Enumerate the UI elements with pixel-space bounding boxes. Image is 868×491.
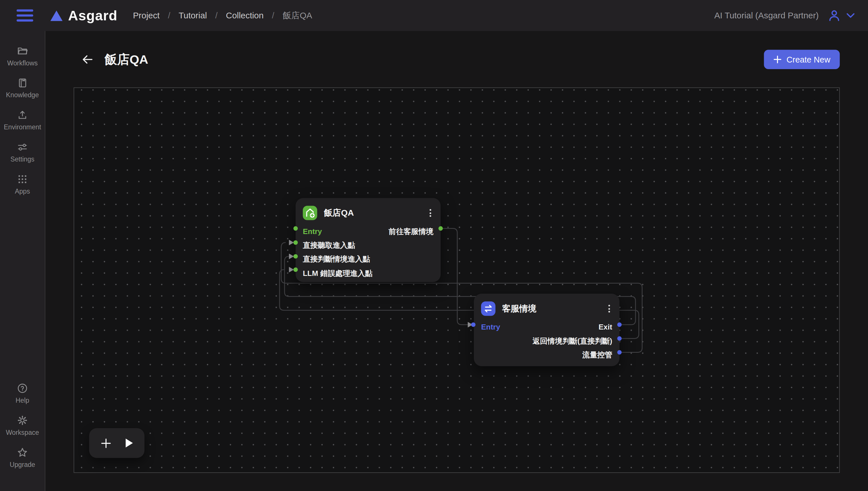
run-button[interactable] <box>126 438 133 447</box>
app-root: Asgard Project / Tutorial / Collection /… <box>0 0 868 491</box>
breadcrumb-project[interactable]: Project <box>133 10 160 21</box>
sidebar-item-label: Apps <box>15 187 30 195</box>
triangle-logo-icon[interactable] <box>50 10 63 22</box>
account-label: AI Tutorial (Asgard Partner) <box>714 10 819 21</box>
plus-icon <box>773 55 782 63</box>
sidebar-item-label: Settings <box>10 155 34 163</box>
breadcrumb-tutorial[interactable]: Tutorial <box>179 10 207 21</box>
port-label-goto-service: 前往客服情境 <box>389 227 433 237</box>
folder-icon <box>17 45 28 57</box>
page-header: 飯店QA Create New <box>45 31 868 87</box>
help-circle-icon <box>17 383 28 394</box>
sidebar-item-label: Workspace <box>6 429 39 436</box>
node-row: 直接聽取進入點 <box>296 239 441 253</box>
port-label-direct-judge: 直接判斷情境進入點 <box>303 255 370 265</box>
sidebar-item-knowledge[interactable]: Knowledge <box>0 78 45 99</box>
node-title: 飯店QA <box>324 207 354 219</box>
sidebar-item-workflows[interactable]: Workflows <box>0 45 45 67</box>
port-label-direct-listen: 直接聽取進入點 <box>303 241 355 251</box>
book-icon <box>17 78 28 89</box>
workflow-canvas[interactable]: 飯店QA Entry 前往客服情境 直接聽取進入點 直接判斷情境進入點 <box>74 87 840 473</box>
sidebar-item-workspace[interactable]: Workspace <box>0 415 45 436</box>
breadcrumb-current: 飯店QA <box>283 10 312 22</box>
port-label-exit: Exit <box>598 323 612 331</box>
breadcrumb-separator: / <box>168 10 170 21</box>
main-area: 飯店QA Create New <box>45 31 868 491</box>
port-label-flow-control: 流量控管 <box>582 350 612 360</box>
node-row: 返回情境判斷(直接判斷) <box>474 335 619 348</box>
canvas-toolbar <box>89 428 145 458</box>
node-row: Entry 前往客服情境 <box>296 225 441 239</box>
sidebar-item-apps[interactable]: Apps <box>0 174 45 195</box>
workflow-node-hotel-qa[interactable]: 飯店QA Entry 前往客服情境 直接聽取進入點 直接判斷情境進入點 <box>296 198 441 282</box>
add-node-button[interactable] <box>101 438 111 448</box>
back-button[interactable] <box>79 51 95 67</box>
sidebar-item-label: Upgrade <box>10 461 35 468</box>
top-navbar: Asgard Project / Tutorial / Collection /… <box>0 0 868 31</box>
connection-wires <box>74 88 840 473</box>
play-icon <box>126 438 133 447</box>
port-label-entry: Entry <box>481 323 500 331</box>
home-plus-icon <box>303 206 317 220</box>
sidebar-item-help[interactable]: Help <box>0 383 45 404</box>
back-arrow-icon <box>81 53 93 65</box>
breadcrumb-separator: / <box>215 10 218 21</box>
sidebar-item-label: Knowledge <box>6 91 39 99</box>
hamburger-icon[interactable] <box>17 9 33 22</box>
node-title: 客服情境 <box>502 303 537 315</box>
star-icon <box>17 447 28 458</box>
left-sidebar: Workflows Knowledge Environment <box>0 31 45 491</box>
port-label-return-judge: 返回情境判斷(直接判斷) <box>533 337 612 346</box>
node-row: 流量控管 <box>474 348 619 363</box>
chevron-down-icon[interactable] <box>846 12 855 18</box>
node-row: Entry Exit <box>474 320 619 335</box>
sidebar-item-environment[interactable]: Environment <box>0 110 45 131</box>
port-label-entry: Entry <box>303 227 322 236</box>
kebab-menu-icon[interactable] <box>427 207 433 219</box>
breadcrumb-separator: / <box>272 10 274 21</box>
port-label-llm-error: LLM 錯誤處理進入點 <box>303 269 373 279</box>
page-title: 飯店QA <box>105 51 148 68</box>
sidebar-item-label: Help <box>16 397 29 404</box>
plus-icon <box>101 438 111 448</box>
sidebar-item-label: Environment <box>4 123 41 131</box>
transfer-arrows-icon <box>481 301 495 316</box>
create-new-label: Create New <box>786 55 831 64</box>
brand-title[interactable]: Asgard <box>68 7 117 24</box>
upload-icon <box>17 110 28 121</box>
node-row: 直接判斷情境進入點 <box>296 253 441 267</box>
person-icon[interactable] <box>828 9 841 22</box>
sidebar-item-label: Workflows <box>7 59 37 67</box>
apps-grid-icon <box>17 174 28 185</box>
kebab-menu-icon[interactable] <box>606 302 612 315</box>
breadcrumb: Project / Tutorial / Collection / 飯店QA <box>133 10 312 22</box>
node-row: LLM 錯誤處理進入點 <box>296 267 441 281</box>
sidebar-item-settings[interactable]: Settings <box>0 142 45 163</box>
create-new-button[interactable]: Create New <box>764 50 840 69</box>
sliders-icon <box>17 142 28 153</box>
gear-icon <box>17 415 28 426</box>
workflow-node-service-scene[interactable]: 客服情境 Entry Exit 返回情境判斷(直接判斷) 流量控管 <box>474 294 619 366</box>
breadcrumb-collection[interactable]: Collection <box>226 10 264 21</box>
account-area[interactable]: AI Tutorial (Asgard Partner) <box>714 9 855 22</box>
sidebar-item-upgrade[interactable]: Upgrade <box>0 447 45 468</box>
